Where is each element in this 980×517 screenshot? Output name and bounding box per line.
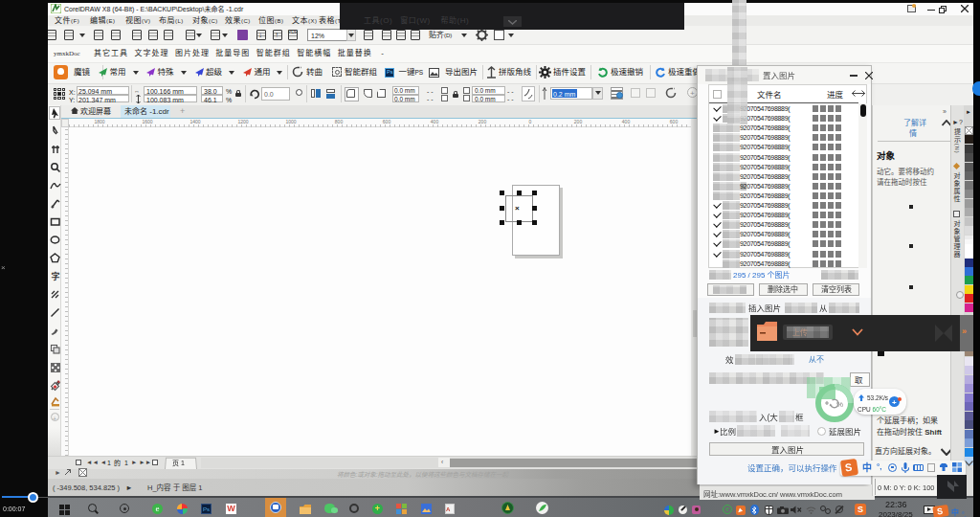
svg-text:%: % xyxy=(836,400,843,409)
svg-text:字: 字 xyxy=(52,271,60,281)
